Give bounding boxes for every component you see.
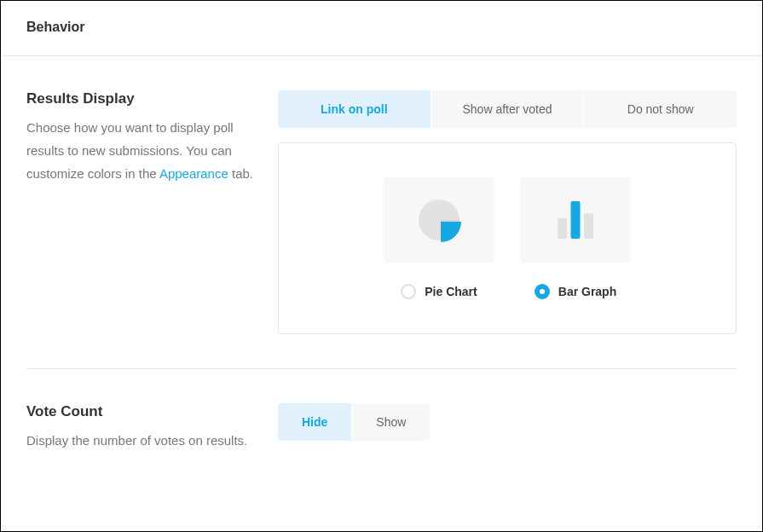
pie-radio[interactable] [401, 284, 416, 299]
section-right: Link on poll Show after voted Do not sho… [278, 90, 737, 334]
results-display-title: Results Display [26, 90, 257, 107]
tab-link-on-poll[interactable]: Link on poll [278, 90, 431, 128]
pie-label-row: Pie Chart [401, 284, 477, 299]
desc-text-after: tab. [228, 166, 253, 181]
svg-rect-1 [558, 218, 567, 239]
vote-count-desc: Display the number of votes on results. [26, 429, 257, 452]
appearance-link[interactable]: Appearance [159, 166, 228, 181]
tab-show-after-voted[interactable]: Show after voted [431, 90, 584, 128]
vote-count-title: Vote Count [26, 403, 257, 420]
chart-option-pie[interactable]: Pie Chart [384, 177, 494, 299]
section-left: Results Display Choose how you want to d… [26, 90, 278, 334]
tab-show[interactable]: Show [351, 403, 430, 441]
bar-graph-thumb [520, 177, 631, 263]
section-vote-count: Vote Count Display the number of votes o… [1, 369, 762, 486]
bar-label-row: Bar Graph [535, 284, 616, 299]
page-header: Behavior [1, 1, 762, 56]
vote-count-tabs: Hide Show [278, 403, 430, 441]
page-title: Behavior [26, 20, 737, 35]
section-left-vote: Vote Count Display the number of votes o… [26, 403, 278, 452]
section-results-display: Results Display Choose how you want to d… [1, 56, 762, 368]
bar-graph-label: Bar Graph [558, 285, 616, 298]
pie-chart-label: Pie Chart [425, 285, 477, 298]
tab-hide[interactable]: Hide [278, 403, 351, 441]
pie-chart-icon [415, 196, 463, 244]
chart-option-bar[interactable]: Bar Graph [520, 177, 631, 299]
chart-style-panel: Pie Chart Bar Graph [278, 142, 737, 334]
pie-chart-thumb [384, 177, 494, 263]
bar-radio[interactable] [535, 284, 550, 299]
results-display-desc: Choose how you want to display poll resu… [26, 116, 257, 185]
bar-graph-icon [552, 196, 599, 244]
svg-rect-3 [584, 213, 593, 239]
section-right-vote: Hide Show [278, 403, 737, 452]
results-display-tabs: Link on poll Show after voted Do not sho… [278, 90, 737, 128]
tab-do-not-show[interactable]: Do not show [583, 90, 737, 128]
svg-rect-2 [571, 201, 581, 239]
